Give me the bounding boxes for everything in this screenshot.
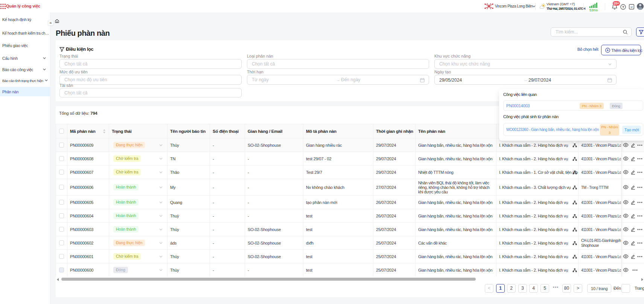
svg-text:vi: vi xyxy=(630,5,633,9)
svg-text:?: ? xyxy=(622,5,624,9)
